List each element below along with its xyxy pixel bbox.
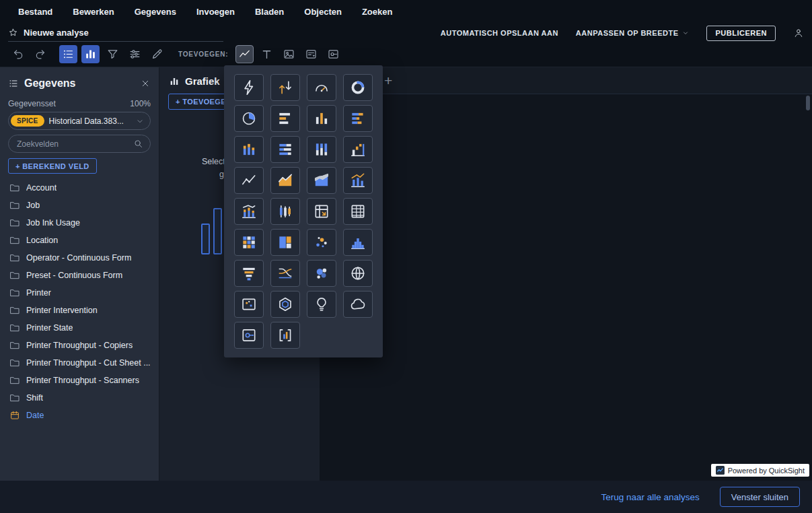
- add-text-button[interactable]: [258, 45, 276, 63]
- field-item-job-ink-usage[interactable]: Job Ink Usage: [8, 214, 151, 232]
- visual-type-funnel-chart[interactable]: [234, 260, 264, 287]
- visual-type-treemap[interactable]: [270, 229, 300, 256]
- fit-to-width-control[interactable]: AANPASSEN OP BREEDTE: [576, 29, 690, 37]
- folder-icon: [9, 235, 20, 246]
- user-icon[interactable]: [793, 28, 804, 38]
- visual-type-filled-map[interactable]: [343, 260, 373, 287]
- menu-item-bewerken[interactable]: Bewerken: [63, 0, 124, 24]
- add-sheet-control-button[interactable]: [302, 45, 320, 63]
- field-item-preset-continuous-form[interactable]: Preset - Continuous Form: [8, 267, 151, 284]
- visual-type-box-plot[interactable]: [270, 198, 300, 225]
- dataset-percent: 100%: [130, 99, 151, 108]
- menu-item-zoeken[interactable]: Zoeken: [352, 0, 403, 24]
- field-item-date[interactable]: Date: [8, 407, 151, 424]
- sheet-control-icon: [305, 48, 318, 61]
- undo-button[interactable]: [11, 46, 27, 63]
- field-item-location[interactable]: Location: [8, 232, 151, 249]
- visual-type-insights[interactable]: [307, 291, 336, 318]
- new-sheet-button[interactable]: +: [384, 73, 392, 88]
- visual-type-kpi[interactable]: [270, 74, 300, 101]
- calendar-icon: [9, 410, 20, 421]
- visual-type-points-on-map[interactable]: [234, 291, 264, 318]
- toolbar-history-group: [11, 46, 48, 63]
- visual-type-stacked-area-chart[interactable]: [307, 167, 336, 194]
- field-label: Printer Throughput - Scanners: [26, 376, 139, 385]
- data-panel-toggle-button[interactable]: [59, 45, 77, 63]
- field-item-account[interactable]: Account: [8, 179, 151, 197]
- visual-type-vertical-bar[interactable]: [307, 105, 336, 132]
- scrollbar-thumb[interactable]: [806, 96, 810, 110]
- visual-type-auto-graph[interactable]: [234, 74, 264, 101]
- visualize-panel-toggle-button[interactable]: [81, 45, 100, 63]
- parameters-panel-toggle-button[interactable]: [126, 45, 144, 63]
- visual-type-waterfall[interactable]: [343, 136, 373, 163]
- powered-by-badge: Powered by QuickSight: [711, 464, 809, 477]
- search-fields-input[interactable]: [15, 139, 129, 149]
- themes-panel-toggle-button[interactable]: [148, 45, 166, 63]
- visual-type-scatter-plot[interactable]: [307, 229, 336, 256]
- add-image-button[interactable]: [280, 45, 298, 63]
- visual-type-custom-visual[interactable]: [234, 322, 264, 349]
- dataset-selector[interactable]: SPICE Historical Data.383...: [8, 112, 151, 130]
- visual-type-gauge[interactable]: [307, 74, 336, 101]
- close-icon[interactable]: [140, 78, 151, 89]
- quicksight-logo-icon: [716, 466, 725, 475]
- field-item-operator-continuous-form[interactable]: Operator - Continuous Form: [8, 249, 151, 267]
- visual-type-picker: [224, 65, 383, 357]
- menu-item-gegevens[interactable]: Gegevens: [124, 0, 186, 24]
- spice-badge: SPICE: [11, 115, 44, 127]
- visual-type-horizontal-bar[interactable]: [270, 105, 300, 132]
- line-chart-icon: [238, 48, 251, 61]
- visual-type-horizontal-stacked-bar[interactable]: [343, 105, 373, 132]
- visual-type-clustered-combo-chart[interactable]: [343, 167, 373, 194]
- field-item-printer-throughput-scanners[interactable]: Printer Throughput - Scanners: [8, 372, 151, 389]
- redo-button[interactable]: [32, 46, 48, 63]
- publish-button[interactable]: PUBLICEREN: [706, 26, 776, 41]
- add-custom-content-button[interactable]: [324, 45, 342, 63]
- visual-type-vertical-stacked-100-bar[interactable]: [307, 136, 336, 163]
- calculated-field-button[interactable]: + BEREKEND VELD: [8, 158, 97, 174]
- folder-icon: [9, 305, 20, 316]
- field-item-printer-state[interactable]: Printer State: [8, 319, 151, 337]
- menu-item-bladen[interactable]: Bladen: [245, 0, 294, 24]
- field-item-shift[interactable]: Shift: [8, 389, 151, 407]
- autosave-toggle[interactable]: AUTOMATISCH OPSLAAN AAN: [441, 29, 558, 37]
- text-icon: [260, 48, 273, 61]
- visual-type-plugin-visual[interactable]: [270, 322, 300, 349]
- field-item-printer-throughput-cut-sheet[interactable]: Printer Throughput - Cut Sheet ...: [8, 354, 151, 372]
- star-icon[interactable]: [8, 28, 18, 38]
- visual-type-table[interactable]: [343, 198, 373, 225]
- titlebar: Nieuwe analyse AUTOMATISCH OPSLAAN AAN A…: [0, 24, 812, 42]
- visual-type-q-topic[interactable]: [343, 291, 373, 318]
- close-window-button[interactable]: Venster sluiten: [720, 487, 800, 507]
- filter-panel-toggle-button[interactable]: [104, 45, 122, 63]
- menu-item-objecten[interactable]: Objecten: [294, 0, 352, 24]
- visual-type-horizontal-stacked-100-bar[interactable]: [270, 136, 300, 163]
- field-item-printer-intervention[interactable]: Printer Intervention: [8, 302, 151, 319]
- visual-type-heatmap[interactable]: [234, 229, 264, 256]
- visual-type-histogram[interactable]: [343, 229, 373, 256]
- search-icon[interactable]: [133, 139, 143, 149]
- embed-icon: [327, 48, 340, 61]
- visual-type-area-line-chart[interactable]: [270, 167, 300, 194]
- visual-type-sankey-diagram[interactable]: [270, 260, 300, 287]
- toolbar-panel-group: [59, 45, 166, 63]
- visual-type-pivot-table[interactable]: [307, 198, 336, 225]
- canvas: + Powered by QuickSight: [320, 67, 812, 481]
- menu-item-bestand[interactable]: Bestand: [8, 0, 63, 24]
- visual-type-word-cloud[interactable]: [307, 260, 336, 287]
- visual-type-stacked-combo-chart[interactable]: [234, 198, 264, 225]
- visual-type-pie-chart[interactable]: [234, 105, 264, 132]
- visual-type-line-chart[interactable]: [234, 167, 264, 194]
- visual-type-donut-chart[interactable]: [343, 74, 373, 101]
- folder-icon: [9, 340, 20, 351]
- back-to-analyses-link[interactable]: Terug naar alle analyses: [601, 492, 699, 502]
- field-item-printer[interactable]: Printer: [8, 284, 151, 302]
- hint-text-line1: Select: [202, 157, 225, 166]
- menu-item-invoegen[interactable]: Invoegen: [186, 0, 245, 24]
- field-item-printer-throughput-copiers[interactable]: Printer Throughput - Copiers: [8, 337, 151, 354]
- field-item-job[interactable]: Job: [8, 197, 151, 214]
- visual-type-vertical-stacked-bar[interactable]: [234, 136, 264, 163]
- visual-type-radar-chart[interactable]: [270, 291, 300, 318]
- add-visual-button[interactable]: [235, 45, 254, 63]
